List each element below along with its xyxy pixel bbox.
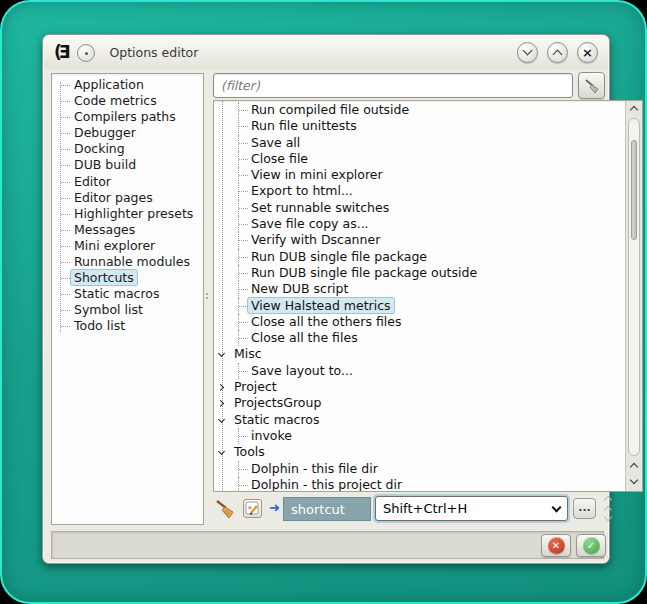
sidebar-item-messages[interactable]: Messages	[52, 222, 203, 238]
cancel-x-icon: ✕	[548, 537, 565, 554]
clear-filter-button[interactable]	[578, 72, 605, 99]
tree-item-verify-with-dscanner[interactable]: Verify with Dscanner	[214, 232, 625, 248]
sidebar-item-debugger[interactable]: Debugger	[52, 125, 203, 141]
sidebar-item-shortcuts[interactable]: Shortcuts	[52, 270, 203, 286]
property-grid-scrollbar	[601, 493, 615, 527]
property-name-cell[interactable]: shortcut	[283, 497, 371, 521]
tree-connector	[239, 485, 248, 486]
tree-item-close-all-the-files[interactable]: Close all the files	[214, 330, 625, 346]
sidebar-item-docking[interactable]: Docking	[52, 141, 203, 157]
shortcuts-panel[interactable]: Run compiled file outsideRun file unitte…	[213, 100, 643, 492]
maximize-button[interactable]	[547, 42, 568, 63]
shortcuts-tree: Run compiled file outsideRun file unitte…	[214, 101, 625, 491]
desktop-frame: (Ǝ Options editor × ApplicationCode metr…	[0, 0, 647, 604]
sidebar-item-label: DUB build	[74, 157, 136, 172]
edit-value-button[interactable]: a	[243, 499, 262, 518]
chevron-down-icon[interactable]	[218, 448, 225, 455]
scrollbar-thumb[interactable]	[631, 140, 637, 240]
chevron-up-icon	[630, 106, 638, 114]
tree-item-project[interactable]: Project	[214, 379, 625, 395]
minimize-button[interactable]	[517, 42, 538, 63]
sidebar-item-label: Static macros	[74, 286, 159, 301]
tree-item-save-file-copy-as[interactable]: Save file copy as...	[214, 216, 625, 232]
filter-input[interactable]	[213, 73, 573, 98]
sidebar-item-highlighter-presets[interactable]: Highlighter presets	[52, 206, 203, 222]
sidebar-item-dub-build[interactable]: DUB build	[52, 157, 203, 173]
scroll-up-button[interactable]	[626, 101, 643, 117]
more-options-button[interactable]: ...	[573, 498, 596, 519]
tree-connector	[61, 182, 70, 183]
scroll-down-button[interactable]	[626, 474, 643, 490]
scrollbar-track[interactable]	[628, 118, 640, 456]
cancel-button[interactable]: ✕	[541, 534, 571, 557]
chevron-down-icon[interactable]	[218, 350, 225, 357]
shortcut-value-combobox[interactable]: Shift+Ctrl+H	[375, 496, 568, 521]
chevron-right-icon[interactable]	[217, 384, 224, 391]
chevron-right-icon[interactable]	[217, 400, 224, 407]
sidebar-item-application[interactable]: Application	[52, 77, 203, 93]
splitter-handle[interactable]	[205, 291, 209, 303]
tree-item-close-all-the-others-files[interactable]: Close all the others files	[214, 314, 625, 330]
chevron-down-icon[interactable]	[218, 416, 225, 423]
sidebar-item-symbol-list[interactable]: Symbol list	[52, 302, 203, 318]
sidebar-item-label: Mini explorer	[74, 238, 155, 253]
clean-broom-icon[interactable]	[213, 497, 237, 521]
tree-connector	[239, 191, 248, 192]
scroll-up-button-2[interactable]	[626, 458, 643, 474]
sidebar-item-mini-explorer[interactable]: Mini explorer	[52, 238, 203, 254]
tree-connector	[239, 306, 248, 307]
tree-item-label: View in mini explorer	[251, 167, 383, 182]
tree-connector	[61, 85, 70, 86]
tree-connector	[239, 143, 248, 144]
tree-connector	[239, 436, 248, 437]
tree-item-run-dub-single-file-package-outside[interactable]: Run DUB single file package outside	[214, 265, 625, 281]
vertical-scrollbar[interactable]	[625, 101, 642, 491]
tree-item-label: Verify with Dscanner	[251, 232, 380, 247]
sidebar-item-editor-pages[interactable]: Editor pages	[52, 190, 203, 206]
tree-item-tools[interactable]: Tools	[214, 444, 625, 460]
sidebar-item-editor[interactable]: Editor	[52, 174, 203, 190]
tree-item-export-to-html[interactable]: Export to html...	[214, 183, 625, 199]
tree-connector	[239, 371, 248, 372]
chevron-down-icon	[604, 513, 612, 521]
tree-item-label: Save file copy as...	[251, 216, 369, 231]
tree-item-dolphin-this-file-dir[interactable]: Dolphin - this file dir	[214, 461, 625, 477]
sidebar-item-label: Docking	[74, 141, 125, 156]
titlebar-menu-button[interactable]	[77, 44, 95, 62]
tree-item-invoke[interactable]: invoke	[214, 428, 625, 444]
tree-item-save-all[interactable]: Save all	[214, 135, 625, 151]
tree-item-dolphin-this-project-dir[interactable]: Dolphin - this project dir	[214, 477, 625, 491]
chevron-down-icon	[523, 46, 533, 56]
ok-check-icon: ✓	[583, 537, 600, 554]
sidebar-item-static-macros[interactable]: Static macros	[52, 286, 203, 302]
tree-connector	[61, 149, 70, 150]
tree-item-label: Close all the files	[251, 330, 358, 345]
sidebar-item-compilers-paths[interactable]: Compilers paths	[52, 109, 203, 125]
tree-item-run-file-unittests[interactable]: Run file unittests	[214, 118, 625, 134]
sidebar-item-code-metrics[interactable]: Code metrics	[52, 93, 203, 109]
tree-item-label: Dolphin - this project dir	[251, 477, 402, 491]
sidebar-item-todo-list[interactable]: Todo list	[52, 318, 203, 334]
tree-item-label: Export to html...	[251, 183, 353, 198]
tree-item-view-in-mini-explorer[interactable]: View in mini explorer	[214, 167, 625, 183]
tree-item-set-runnable-switches[interactable]: Set runnable switches	[214, 200, 625, 216]
tree-item-misc[interactable]: Misc	[214, 346, 625, 362]
tree-item-projectsgroup[interactable]: ProjectsGroup	[214, 395, 625, 411]
tree-item-save-layout-to[interactable]: Save layout to...	[214, 363, 625, 379]
sidebar-item-label: Shortcuts	[70, 269, 138, 286]
tree-connector	[239, 240, 248, 241]
tree-item-label: invoke	[251, 428, 292, 443]
tree-item-run-compiled-file-outside[interactable]: Run compiled file outside	[214, 102, 625, 118]
titlebar[interactable]: (Ǝ Options editor ×	[44, 36, 608, 69]
tree-item-close-file[interactable]: Close file	[214, 151, 625, 167]
shortcut-value: Shift+Ctrl+H	[383, 501, 467, 516]
tree-item-label: Run compiled file outside	[251, 102, 409, 117]
category-panel[interactable]: ApplicationCode metricsCompilers pathsDe…	[51, 73, 204, 525]
close-button[interactable]: ×	[577, 42, 598, 63]
tree-item-run-dub-single-file-package[interactable]: Run DUB single file package	[214, 249, 625, 265]
tree-item-view-halstead-metrics[interactable]: View Halstead metrics	[214, 298, 625, 314]
tree-item-static-macros[interactable]: Static macros	[214, 412, 625, 428]
ok-button[interactable]: ✓	[576, 534, 606, 557]
sidebar-item-runnable-modules[interactable]: Runnable modules	[52, 254, 203, 270]
tree-item-new-dub-script[interactable]: New DUB script	[214, 281, 625, 297]
